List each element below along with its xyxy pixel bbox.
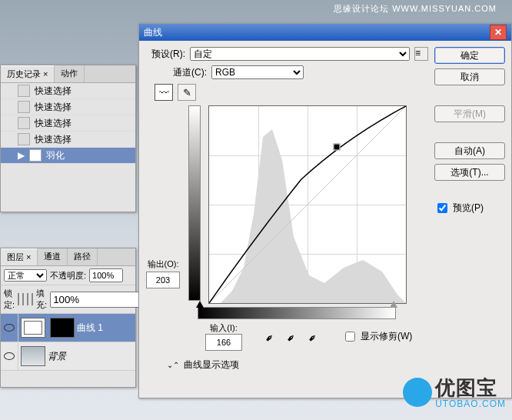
channel-label: 通道(C): bbox=[167, 66, 207, 79]
channel-select[interactable]: RGB bbox=[211, 65, 304, 79]
show-clipping-checkbox[interactable] bbox=[345, 332, 355, 342]
quickselect-icon bbox=[18, 101, 30, 113]
eye-icon[interactable] bbox=[4, 352, 15, 360]
layer-thumb-curves[interactable] bbox=[21, 318, 45, 338]
tab-paths[interactable]: 路径 bbox=[68, 248, 98, 265]
curve-tool-icon[interactable]: 〰 bbox=[155, 84, 173, 101]
preset-menu-icon[interactable]: ≡ bbox=[414, 47, 428, 61]
lock-pixels-icon[interactable] bbox=[22, 293, 24, 305]
gray-eyedropper-icon[interactable]: ✒ bbox=[284, 327, 303, 346]
white-eyedropper-icon[interactable]: ✒ bbox=[305, 327, 324, 346]
black-point-slider[interactable] bbox=[196, 301, 204, 308]
layers-panel: 图层 × 通道 路径 正常 不透明度: 锁定: 填充: 曲线 1 背景 bbox=[0, 248, 136, 388]
layer-row[interactable]: 背景 bbox=[1, 342, 135, 371]
curves-graph[interactable] bbox=[208, 105, 407, 304]
quickselect-icon bbox=[18, 85, 30, 97]
preview-label: 预览(P) bbox=[453, 202, 484, 215]
pencil-tool-icon[interactable]: ✎ bbox=[178, 84, 196, 101]
feather-icon bbox=[29, 149, 42, 162]
history-item[interactable]: 快速选择 bbox=[1, 99, 135, 115]
opacity-label: 不透明度: bbox=[50, 270, 86, 282]
output-input[interactable] bbox=[146, 272, 180, 288]
display-options-toggle[interactable]: ⌄⌃ 曲线显示选项 bbox=[145, 358, 428, 372]
eye-icon[interactable] bbox=[4, 324, 15, 332]
chevron-down-icon: ⌄⌃ bbox=[167, 361, 179, 369]
ok-button[interactable]: 确定 bbox=[434, 47, 505, 64]
watermark-top: 思缘设计论坛 WWW.MISSYUAN.COM bbox=[334, 3, 497, 15]
history-item-selected[interactable]: ▶ 羽化 bbox=[1, 148, 135, 164]
opacity-input[interactable] bbox=[89, 268, 123, 282]
fill-label: 填充: bbox=[36, 288, 47, 311]
dialog-title: 曲线 bbox=[144, 26, 162, 39]
history-item[interactable]: 快速选择 bbox=[1, 132, 135, 148]
preset-label: 预设(R): bbox=[145, 48, 185, 61]
lock-all-icon[interactable] bbox=[32, 293, 33, 305]
layer-thumb-bg[interactable] bbox=[21, 346, 45, 366]
input-label: 输入(I): bbox=[210, 322, 237, 334]
quickselect-icon bbox=[18, 117, 30, 129]
history-panel: 历史记录 × 动作 快速选择 快速选择 快速选择 快速选择 ▶ 羽化 bbox=[0, 65, 136, 212]
white-point-slider[interactable] bbox=[390, 301, 397, 308]
input-input[interactable] bbox=[205, 334, 242, 351]
show-clipping-label: 显示修剪(W) bbox=[361, 330, 412, 343]
quickselect-icon bbox=[18, 133, 30, 145]
output-label: 输出(O): bbox=[148, 258, 179, 270]
lock-position-icon[interactable] bbox=[27, 293, 28, 305]
history-list: 快速选择 快速选择 快速选择 快速选择 ▶ 羽化 bbox=[1, 83, 135, 174]
curve-point[interactable] bbox=[334, 144, 341, 151]
preview-checkbox[interactable] bbox=[437, 203, 447, 213]
layer-mask[interactable] bbox=[50, 318, 75, 338]
blend-mode-select[interactable]: 正常 bbox=[4, 269, 47, 282]
tab-channels[interactable]: 通道 bbox=[38, 248, 68, 265]
preset-select[interactable]: 自定 bbox=[190, 47, 410, 61]
svg-marker-0 bbox=[209, 129, 406, 303]
lock-transparent-icon[interactable] bbox=[18, 293, 19, 305]
layer-row[interactable]: 曲线 1 bbox=[1, 314, 135, 342]
history-item[interactable]: 快速选择 bbox=[1, 83, 135, 99]
close-icon[interactable]: ✕ bbox=[490, 25, 507, 40]
layer-name: 背景 bbox=[48, 350, 66, 363]
bird-icon bbox=[403, 378, 432, 407]
tab-layers[interactable]: 图层 × bbox=[1, 248, 38, 265]
smooth-button: 平滑(M) bbox=[434, 105, 505, 122]
layer-name: 曲线 1 bbox=[77, 322, 103, 335]
dialog-titlebar[interactable]: 曲线 ✕ bbox=[139, 24, 511, 41]
tab-history[interactable]: 历史记录 × bbox=[1, 65, 55, 82]
watermark-logo: 优图宝 UTOBAO.COM bbox=[403, 375, 506, 409]
cancel-button[interactable]: 取消 bbox=[434, 68, 505, 85]
black-eyedropper-icon[interactable]: ✒ bbox=[262, 327, 281, 346]
vertical-gradient bbox=[188, 105, 201, 301]
histogram bbox=[209, 106, 406, 303]
horizontal-gradient[interactable] bbox=[198, 307, 396, 319]
curves-dialog: 曲线 ✕ 预设(R): 自定 ≡ 通道(C): RGB 〰 ✎ 输出(O): bbox=[138, 23, 512, 398]
history-item[interactable]: 快速选择 bbox=[1, 115, 135, 132]
options-button[interactable]: 选项(T)... bbox=[434, 164, 505, 181]
tab-actions[interactable]: 动作 bbox=[55, 65, 85, 82]
auto-button[interactable]: 自动(A) bbox=[434, 142, 505, 159]
lock-label: 锁定: bbox=[4, 288, 15, 311]
